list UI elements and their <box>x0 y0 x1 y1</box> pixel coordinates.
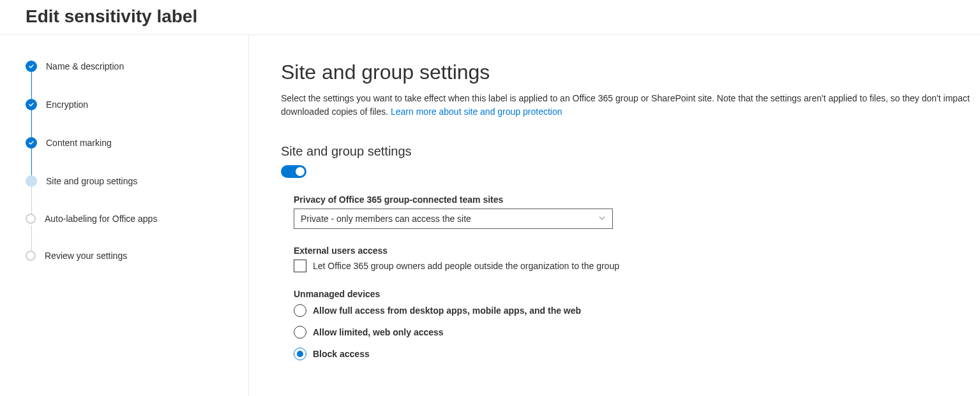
checkmark-icon <box>26 99 37 110</box>
unmanaged-devices-option[interactable]: Allow full access from desktop apps, mob… <box>294 304 980 317</box>
step-label: Name & description <box>46 61 124 71</box>
checkmark-icon <box>26 137 37 149</box>
privacy-label: Privacy of Office 365 group-connected te… <box>294 194 980 205</box>
section-heading: Site and group settings <box>281 144 980 159</box>
wizard-step[interactable]: Site and group settings <box>26 175 229 214</box>
step-label: Content marking <box>46 138 112 148</box>
wizard-step[interactable]: Encryption <box>26 99 229 137</box>
step-connector <box>31 187 32 214</box>
chevron-down-icon <box>598 214 606 224</box>
radio-button[interactable] <box>294 304 306 317</box>
unmanaged-devices-label: Unmanaged devices <box>294 289 980 299</box>
checkmark-icon <box>26 61 37 72</box>
step-circle-icon <box>26 214 36 224</box>
privacy-select-value: Private - only members can access the si… <box>301 214 471 224</box>
step-connector <box>31 110 32 137</box>
main-panel: Site and group settings Select the setti… <box>249 35 980 396</box>
step-label: Auto-labeling for Office apps <box>45 214 157 224</box>
main-description: Select the settings you want to take eff… <box>281 92 980 119</box>
external-users-field: External users access Let Office 365 gro… <box>294 246 980 272</box>
step-label: Review your settings <box>45 251 127 261</box>
unmanaged-devices-field: Unmanaged devices Allow full access from… <box>294 289 980 360</box>
wizard-step[interactable]: Auto-labeling for Office apps <box>26 214 229 251</box>
privacy-select[interactable]: Private - only members can access the si… <box>294 209 613 229</box>
main-description-text: Select the settings you want to take eff… <box>281 93 970 117</box>
radio-label: Block access <box>313 349 370 359</box>
toggle-knob <box>296 167 305 176</box>
radio-label: Allow full access from desktop apps, mob… <box>313 305 581 316</box>
main-heading: Site and group settings <box>281 61 980 84</box>
external-users-checkbox-label: Let Office 365 group owners add people o… <box>313 261 619 271</box>
page-title: Edit sensitivity label <box>0 0 980 35</box>
external-users-label: External users access <box>294 246 980 256</box>
radio-button[interactable] <box>294 348 306 360</box>
radio-dot-icon <box>297 351 303 357</box>
wizard-steps-sidebar: Name & descriptionEncryptionContent mark… <box>0 35 249 396</box>
wizard-step[interactable]: Content marking <box>26 137 229 175</box>
step-connector <box>31 72 32 99</box>
radio-label: Allow limited, web only access <box>313 327 444 337</box>
step-connector <box>31 225 32 251</box>
step-connector <box>31 149 32 175</box>
wizard-step[interactable]: Review your settings <box>26 251 229 261</box>
site-group-settings-toggle[interactable] <box>281 165 306 178</box>
step-label: Site and group settings <box>46 176 137 186</box>
wizard-step[interactable]: Name & description <box>26 61 229 99</box>
step-label: Encryption <box>46 99 88 110</box>
external-users-checkbox[interactable] <box>294 260 306 272</box>
radio-button[interactable] <box>294 326 306 339</box>
privacy-field: Privacy of Office 365 group-connected te… <box>294 194 980 229</box>
unmanaged-devices-option[interactable]: Block access <box>294 348 980 360</box>
learn-more-link[interactable]: Learn more about site and group protecti… <box>391 106 562 117</box>
step-circle-icon <box>26 175 37 187</box>
unmanaged-devices-option[interactable]: Allow limited, web only access <box>294 326 980 339</box>
step-circle-icon <box>26 251 36 261</box>
